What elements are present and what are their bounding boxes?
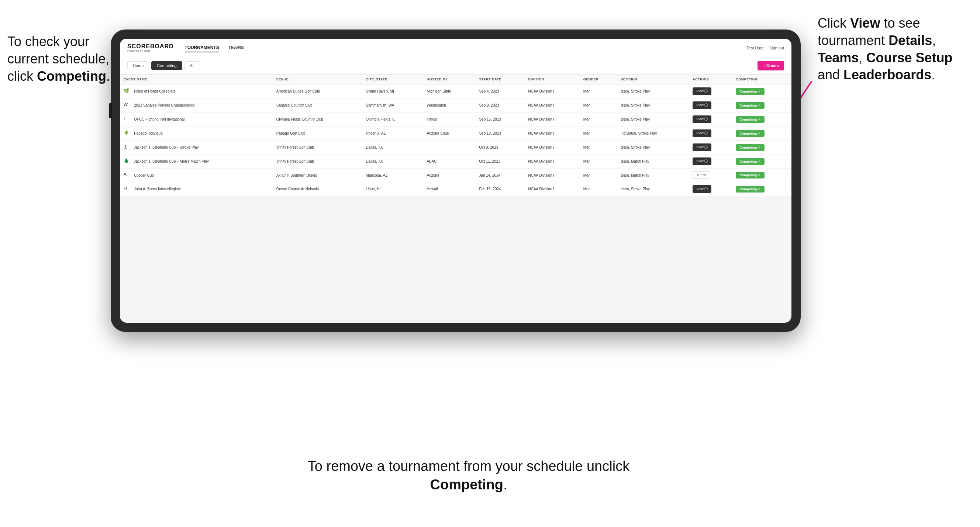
cell-date: Sep 18, 2023 bbox=[475, 127, 524, 141]
logo-title: SCOREBOARD bbox=[127, 43, 174, 49]
competing-badge[interactable]: Competing ✓ bbox=[736, 144, 765, 151]
scoreboard-logo: SCOREBOARD Powered by clippi bbox=[127, 43, 174, 52]
cell-hosted: Washington bbox=[423, 98, 475, 113]
cell-date: Sep 4, 2023 bbox=[475, 84, 524, 98]
cell-city: Maricopa, AZ bbox=[362, 168, 423, 182]
competing-badge[interactable]: Competing ✓ bbox=[736, 172, 765, 178]
cell-date: Feb 15, 2024 bbox=[475, 182, 524, 196]
cell-actions: View ⓘ bbox=[689, 154, 732, 168]
cell-event-name: I OFCC Fighting Illini Invitational bbox=[120, 113, 273, 127]
table-row: ◎ Jackson T. Stephens Cup – Stroke Play … bbox=[120, 141, 791, 154]
create-button[interactable]: + Create bbox=[757, 61, 784, 70]
cell-city: Sammamish, WA bbox=[362, 98, 423, 113]
edit-button[interactable]: ✏ Edit bbox=[692, 171, 710, 179]
cell-actions: View ⓘ bbox=[689, 113, 732, 127]
cell-actions: View ⓘ bbox=[689, 182, 732, 196]
team-logo: 🌵 bbox=[124, 130, 130, 137]
col-gender: GENDER bbox=[580, 75, 617, 84]
nav-teams[interactable]: TEAMS bbox=[228, 43, 244, 52]
filter-tab-home[interactable]: Home bbox=[127, 61, 149, 70]
col-hosted: HOSTED BY bbox=[423, 75, 475, 84]
cell-competing: Competing ✓ bbox=[732, 141, 791, 154]
col-city: CITY, STATE bbox=[362, 75, 423, 84]
table-container: EVENT NAME VENUE CITY, STATE HOSTED BY S… bbox=[120, 75, 791, 196]
competing-badge[interactable]: Competing ✓ bbox=[736, 116, 765, 123]
view-button[interactable]: View ⓘ bbox=[692, 116, 711, 123]
view-button[interactable]: View ⓘ bbox=[692, 143, 711, 151]
view-button[interactable]: View ⓘ bbox=[692, 129, 711, 137]
cell-scoring: team, Match Play bbox=[617, 154, 689, 168]
table-body: 🌿 Folds of Honor Collegiate American Dun… bbox=[120, 84, 791, 196]
view-button[interactable]: View ⓘ bbox=[692, 102, 711, 109]
cell-city: Dallas, TX bbox=[362, 154, 423, 168]
cell-actions: View ⓘ bbox=[689, 127, 732, 141]
cell-division: NCAA Division I bbox=[524, 182, 579, 196]
competing-badge[interactable]: Competing ✓ bbox=[736, 158, 765, 165]
cell-scoring: team, Stroke Play bbox=[617, 182, 689, 196]
cell-hosted bbox=[423, 141, 475, 154]
cell-venue: Ocean Course At Hokuala bbox=[273, 182, 362, 196]
cell-actions: View ⓘ bbox=[689, 141, 732, 154]
cell-gender: Men bbox=[580, 113, 617, 127]
view-button[interactable]: View ⓘ bbox=[692, 87, 711, 95]
cell-city: Olympia Fields, IL bbox=[362, 113, 423, 127]
cell-venue: Papago Golf Club bbox=[273, 127, 362, 141]
table-row: W 2023 Sahalee Players Championship Saha… bbox=[120, 98, 791, 113]
competing-badge[interactable]: Competing ✓ bbox=[736, 102, 765, 109]
cell-division: NCAA Division I bbox=[524, 113, 579, 127]
table-row: 🌲 Jackson T. Stephens Cup – Men's Match … bbox=[120, 154, 791, 168]
cell-competing: Competing ✓ bbox=[732, 113, 791, 127]
col-division: DIVISION bbox=[524, 75, 579, 84]
cell-city: Grand Haven, MI bbox=[362, 84, 423, 98]
filter-tab-competing[interactable]: Competing bbox=[151, 61, 182, 70]
signout-link[interactable]: Sign out bbox=[769, 46, 784, 50]
event-name-text: Folds of Honor Collegiate bbox=[134, 89, 176, 93]
cell-venue: Trinity Forest Golf Club bbox=[273, 154, 362, 168]
cell-division: NCAA Division I bbox=[524, 98, 579, 113]
team-logo: H bbox=[124, 186, 130, 192]
cell-scoring: team, Match Play bbox=[617, 168, 689, 182]
competing-badge[interactable]: Competing ✓ bbox=[736, 186, 765, 192]
event-name-text: Jackson T. Stephens Cup – Stroke Play bbox=[134, 145, 199, 149]
bottom-annotation: To remove a tournament from your schedul… bbox=[302, 457, 635, 494]
cell-venue: Sahalee Country Club bbox=[273, 98, 362, 113]
nav-tournaments[interactable]: TOURNAMENTS bbox=[185, 43, 219, 52]
table-row: 🌵 Papago Individual Papago Golf Club Pho… bbox=[120, 127, 791, 141]
cell-gender: Men bbox=[580, 84, 617, 98]
tournaments-table: EVENT NAME VENUE CITY, STATE HOSTED BY S… bbox=[120, 75, 791, 196]
col-venue: VENUE bbox=[273, 75, 362, 84]
filter-tabs: Home Competing All bbox=[127, 61, 200, 70]
cell-date: Sep 9, 2023 bbox=[475, 98, 524, 113]
right-annotation-text: Click View to see tournament Details, Te… bbox=[818, 16, 952, 82]
cell-date: Oct 9, 2023 bbox=[475, 141, 524, 154]
view-button[interactable]: View ⓘ bbox=[692, 185, 711, 193]
filter-tab-all[interactable]: All bbox=[185, 61, 200, 70]
cell-venue: Trinity Forest Golf Club bbox=[273, 141, 362, 154]
col-actions: ACTIONS bbox=[689, 75, 732, 84]
cell-city: Lihue, HI bbox=[362, 182, 423, 196]
cell-scoring: team, Stroke Play bbox=[617, 98, 689, 113]
cell-actions: ✏ Edit bbox=[689, 168, 732, 182]
cell-hosted: Arizona bbox=[423, 168, 475, 182]
cell-city: Phoenix, AZ bbox=[362, 127, 423, 141]
view-button[interactable]: View ⓘ bbox=[692, 157, 711, 165]
competing-badge[interactable]: Competing ✓ bbox=[736, 130, 765, 137]
cell-competing: Competing ✓ bbox=[732, 154, 791, 168]
cell-division: NCAA Division I bbox=[524, 84, 579, 98]
tablet-side-button bbox=[109, 103, 112, 118]
cell-gender: Men bbox=[580, 182, 617, 196]
cell-venue: Olympia Fields Country Club bbox=[273, 113, 362, 127]
cell-event-name: A Copper Cup bbox=[120, 168, 273, 182]
cell-date: Sep 15, 2023 bbox=[475, 113, 524, 127]
cell-competing: Competing ✓ bbox=[732, 127, 791, 141]
cell-gender: Men bbox=[580, 127, 617, 141]
event-name-text: Copper Cup bbox=[134, 173, 154, 178]
competing-badge[interactable]: Competing ✓ bbox=[736, 88, 765, 95]
cell-city: Dallas, TX bbox=[362, 141, 423, 154]
cell-hosted: Michigan State bbox=[423, 84, 475, 98]
cell-date: Jan 14, 2024 bbox=[475, 168, 524, 182]
right-annotation: Click View to see tournament Details, Te… bbox=[818, 15, 973, 84]
bottom-annotation-text: To remove a tournament from your schedul… bbox=[308, 459, 630, 492]
cell-scoring: team, Stroke Play bbox=[617, 141, 689, 154]
cell-gender: Men bbox=[580, 168, 617, 182]
